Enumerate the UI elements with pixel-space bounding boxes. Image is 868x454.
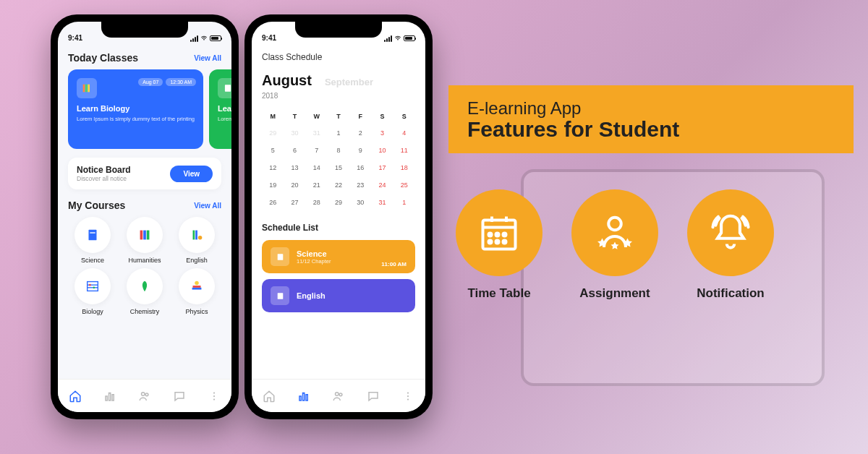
- class-card-biology[interactable]: Aug 07 12:30 AM Learn Biology Lorem Ipsu…: [68, 69, 203, 149]
- cal-day-cell[interactable]: 27: [284, 194, 305, 211]
- cal-day-cell[interactable]: 21: [306, 176, 328, 194]
- nav-more[interactable]: [401, 389, 415, 403]
- cal-day-cell[interactable]: 31: [371, 194, 393, 211]
- stacked-books-icon: [179, 268, 215, 304]
- cal-day-header: S: [393, 108, 415, 124]
- svg-rect-32: [306, 394, 307, 400]
- cal-day-cell[interactable]: 7: [306, 142, 328, 159]
- cal-day-cell[interactable]: 6: [284, 142, 305, 159]
- cal-day-cell[interactable]: 14: [306, 159, 328, 176]
- cal-day-cell[interactable]: 11: [393, 142, 415, 159]
- cal-day-cell[interactable]: 16: [349, 159, 371, 176]
- svg-rect-17: [192, 288, 202, 290]
- nav-more[interactable]: [207, 389, 221, 403]
- cal-day-cell[interactable]: 1: [328, 124, 349, 142]
- course-humanities[interactable]: Humanities: [120, 217, 169, 264]
- cal-day-cell[interactable]: 19: [262, 176, 284, 194]
- cal-day-cell[interactable]: 9: [349, 142, 371, 159]
- time-badge: 12:30 AM: [166, 78, 196, 86]
- course-grid: Science Humanities English Biology: [68, 217, 221, 315]
- svg-rect-28: [277, 254, 283, 260]
- svg-point-36: [407, 395, 409, 396]
- svg-point-25: [213, 392, 215, 393]
- notice-view-button[interactable]: View: [170, 166, 213, 182]
- svg-rect-7: [143, 231, 146, 240]
- cal-day-cell[interactable]: 31: [306, 124, 328, 142]
- cal-day-cell[interactable]: 22: [328, 176, 349, 194]
- nav-chat[interactable]: [172, 389, 187, 403]
- svg-rect-8: [147, 231, 150, 240]
- user-stars-icon: [571, 189, 658, 276]
- cal-day-cell[interactable]: 24: [371, 176, 393, 194]
- cal-day-cell[interactable]: 2: [349, 124, 371, 142]
- cal-day-cell[interactable]: 30: [349, 194, 371, 211]
- cal-day-cell[interactable]: 25: [393, 176, 415, 194]
- cal-day-cell[interactable]: 18: [393, 159, 415, 176]
- calendar-grid: MTWTFSS293031123456789101112131415161718…: [262, 108, 415, 211]
- cal-day-cell[interactable]: 20: [284, 176, 305, 194]
- svg-rect-3: [225, 85, 231, 91]
- svg-point-43: [496, 234, 499, 236]
- cal-day-header: T: [328, 108, 349, 124]
- svg-rect-9: [193, 231, 195, 240]
- svg-point-23: [142, 392, 145, 395]
- notch: [295, 22, 382, 38]
- cal-day-cell[interactable]: 4: [393, 124, 415, 142]
- cal-day-cell[interactable]: 15: [328, 159, 349, 176]
- today-view-all-link[interactable]: View All: [194, 54, 221, 62]
- cal-day-cell[interactable]: 29: [262, 124, 284, 142]
- class-card-desc: Lorem Ipsum is simply text of the pr: [218, 116, 231, 122]
- class-card-secondary[interactable]: Learn Bio Lorem Ipsum is simply text of …: [209, 69, 231, 149]
- nav-stats[interactable]: [297, 389, 311, 403]
- cal-day-cell[interactable]: 30: [284, 124, 305, 142]
- notice-subtitle: Discover all notice: [77, 175, 131, 182]
- cal-day-cell[interactable]: 1: [393, 194, 415, 211]
- book-icon: [271, 286, 289, 305]
- battery-icon: [404, 35, 415, 41]
- cal-day-cell[interactable]: 13: [284, 159, 305, 176]
- status-time: 9:41: [262, 34, 276, 42]
- cal-day-cell[interactable]: 17: [371, 159, 393, 176]
- phone-schedule: 9:41 Class Schedule August September 201…: [244, 14, 433, 419]
- course-chemistry[interactable]: Chemistry: [120, 268, 169, 315]
- course-biology[interactable]: Biology: [68, 268, 117, 315]
- cal-day-cell[interactable]: 5: [262, 142, 284, 159]
- schedule-card-science[interactable]: Science 11/12 Chapter 11:00 AM: [262, 240, 415, 273]
- nav-stats[interactable]: [103, 389, 117, 403]
- nav-people[interactable]: [137, 389, 152, 403]
- cal-day-cell[interactable]: 10: [371, 142, 393, 159]
- books-icon: [77, 78, 97, 98]
- course-english[interactable]: English: [172, 217, 221, 264]
- cal-day-cell[interactable]: 12: [262, 159, 284, 176]
- notice-board-row: Notice Board Discover all notice View: [68, 158, 221, 189]
- nav-people[interactable]: [331, 389, 346, 403]
- nav-home[interactable]: [68, 389, 82, 403]
- course-physics[interactable]: Physics: [172, 268, 221, 315]
- phone-mockups: 9:41 Today Classes View All: [51, 14, 433, 419]
- cal-day-cell[interactable]: 23: [349, 176, 371, 194]
- cal-day-cell[interactable]: 28: [306, 194, 328, 211]
- course-science[interactable]: Science: [68, 217, 117, 264]
- course-label: Biology: [82, 308, 103, 315]
- svg-point-11: [198, 236, 203, 240]
- month-next: September: [325, 77, 373, 87]
- cal-day-cell[interactable]: 8: [328, 142, 349, 159]
- month-selector[interactable]: August September: [262, 72, 415, 89]
- svg-rect-5: [90, 232, 95, 233]
- my-courses-heading: My Courses: [68, 200, 125, 211]
- schedule-subject: Science: [297, 249, 331, 258]
- svg-point-33: [336, 392, 339, 395]
- cal-day-cell[interactable]: 3: [371, 124, 393, 142]
- nav-chat[interactable]: [366, 389, 380, 403]
- cal-day-cell[interactable]: 29: [328, 194, 349, 211]
- svg-rect-31: [303, 393, 305, 401]
- course-label: Science: [81, 257, 104, 264]
- nav-home[interactable]: [262, 389, 276, 403]
- stationery-icon: [179, 217, 215, 253]
- courses-view-all-link[interactable]: View All: [194, 202, 221, 210]
- phone-home: 9:41 Today Classes View All: [51, 14, 239, 419]
- abacus-icon: [75, 268, 111, 304]
- cal-day-cell[interactable]: 26: [262, 194, 284, 211]
- schedule-card-english[interactable]: English: [262, 279, 415, 312]
- cal-day-header: F: [349, 108, 371, 124]
